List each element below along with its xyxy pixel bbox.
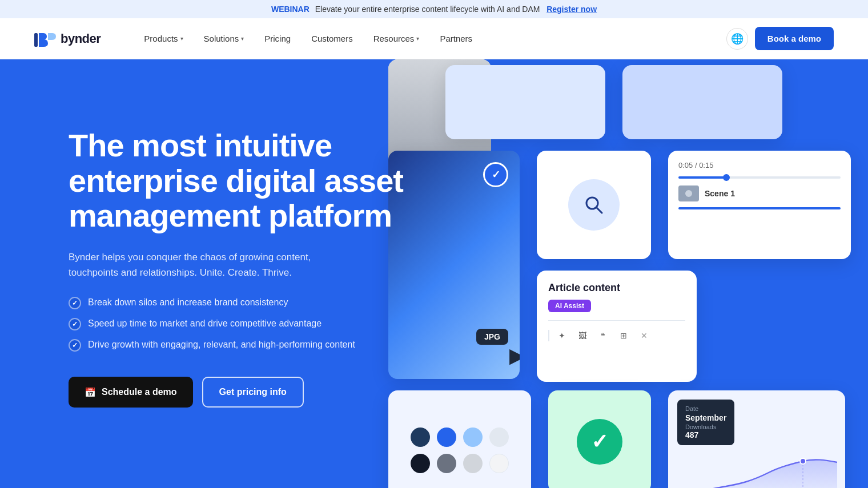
card-timeline: 0:05 / 0:15 Scene 1 xyxy=(668,151,851,259)
timeline-progress xyxy=(678,176,727,179)
hero-section: The most intuitive enterprise digital as… xyxy=(0,59,868,488)
logo-text: bynder xyxy=(61,31,101,46)
get-pricing-button[interactable]: Get pricing info xyxy=(202,377,304,408)
card-search xyxy=(537,151,651,259)
color-dot-7 xyxy=(463,454,483,473)
color-dot-4 xyxy=(489,427,509,447)
svg-rect-0 xyxy=(34,33,38,47)
features-list: Break down silos and increase brand cons… xyxy=(69,296,423,352)
navbar: bynder Products ▾ Solutions ▾ Pricing Cu… xyxy=(0,18,868,59)
table-icon[interactable]: ⊞ xyxy=(616,328,632,344)
nav-item-resources[interactable]: Resources ▾ xyxy=(364,29,429,48)
chart-line-area: 👆 xyxy=(677,450,836,488)
book-demo-button[interactable]: Book a demo xyxy=(755,27,834,50)
color-dot-2 xyxy=(437,427,456,447)
color-dot-3 xyxy=(463,427,483,447)
toolbar-divider xyxy=(548,330,549,341)
chevron-down-icon: ▾ xyxy=(416,35,419,42)
nav-item-solutions[interactable]: Solutions ▾ xyxy=(195,29,254,48)
nav-item-partners[interactable]: Partners xyxy=(431,29,481,48)
scene-thumbnail xyxy=(678,185,699,201)
search-icon xyxy=(582,193,605,216)
feature-text-3: Drive growth with engaging, relevant, an… xyxy=(88,338,355,351)
chart-month: September xyxy=(685,413,726,422)
check-icon-2 xyxy=(69,318,81,330)
timeline-bar xyxy=(678,176,841,179)
announcement-bar: WEBINAR Elevate your entire enterprise c… xyxy=(0,0,868,18)
cursor-icon: ▶ xyxy=(509,344,520,368)
card-top-right xyxy=(622,65,782,139)
check-icon-3 xyxy=(69,339,81,352)
feature-text-2: Speed up time to market and drive compet… xyxy=(88,317,322,330)
schedule-demo-button[interactable]: 📅 Schedule a demo xyxy=(69,377,193,408)
chevron-down-icon: ▾ xyxy=(180,35,183,42)
chart-tooltip: Date September Downloads 487 xyxy=(677,400,734,445)
calendar-icon: 📅 xyxy=(85,387,96,398)
register-link[interactable]: Register now xyxy=(546,5,597,14)
check-icon-1 xyxy=(69,297,81,309)
hero-subtitle: Bynder helps you conquer the chaos of gr… xyxy=(69,249,343,280)
chart-svg xyxy=(677,450,837,488)
close-icon[interactable]: ✕ xyxy=(636,328,652,344)
nav-item-customers[interactable]: Customers xyxy=(302,29,362,48)
check-selected-icon: ✓ xyxy=(483,162,508,187)
timeline-bottom-bar xyxy=(678,207,841,209)
scene-label: Scene 1 xyxy=(705,189,735,198)
card-article: Article content AI Assist ✦ 🖼 ❝ ⊞ ✕ xyxy=(537,271,697,382)
image-icon[interactable]: 🖼 xyxy=(574,328,590,344)
color-dot-6 xyxy=(437,454,456,473)
nav-links: Products ▾ Solutions ▾ Pricing Customers… xyxy=(135,29,726,48)
nav-item-products[interactable]: Products ▾ xyxy=(135,29,192,48)
announcement-text: Elevate your entire enterprise content l… xyxy=(315,5,540,14)
chart-date-label: Date xyxy=(685,405,726,412)
article-title: Article content xyxy=(548,282,685,294)
hero-right: ✓ JPG ▶ 0:05 / 0:15 xyxy=(388,59,868,488)
feature-item-2: Speed up time to market and drive compet… xyxy=(69,317,423,330)
ai-assist-badge: AI Assist xyxy=(548,300,591,312)
timeline-scene: Scene 1 xyxy=(678,185,841,201)
sparkle-icon[interactable]: ✦ xyxy=(554,328,570,344)
bynder-logo-icon xyxy=(34,31,56,47)
hero-buttons: 📅 Schedule a demo Get pricing info xyxy=(69,377,423,408)
chart-downloads-value: 487 xyxy=(685,430,726,439)
chart-downloads-label: Downloads xyxy=(685,424,726,430)
color-dot-8 xyxy=(489,454,509,473)
language-button[interactable]: 🌐 xyxy=(726,28,748,50)
globe-icon: 🌐 xyxy=(731,33,744,45)
feature-item-1: Break down silos and increase brand cons… xyxy=(69,296,423,309)
timeline-time: 0:05 / 0:15 xyxy=(678,161,841,170)
card-chart: Date September Downloads 487 xyxy=(668,390,845,488)
card-green-check: ✓ xyxy=(548,390,651,488)
feature-text-1: Break down silos and increase brand cons… xyxy=(88,296,288,309)
hero-title: The most intuitive enterprise digital as… xyxy=(69,128,423,233)
logo[interactable]: bynder xyxy=(34,31,101,47)
checkmark-icon: ✓ xyxy=(591,430,608,454)
nav-item-pricing[interactable]: Pricing xyxy=(255,29,300,48)
nav-right: 🌐 Book a demo xyxy=(726,27,834,50)
svg-line-2 xyxy=(596,207,602,213)
quote-icon[interactable]: ❝ xyxy=(595,328,611,344)
card-top-mid xyxy=(445,65,605,139)
webinar-label: WEBINAR xyxy=(271,5,310,14)
article-toolbar: ✦ 🖼 ❝ ⊞ ✕ xyxy=(548,320,685,344)
svg-point-4 xyxy=(685,190,692,197)
search-circle xyxy=(568,179,620,231)
jpg-badge: JPG xyxy=(476,329,508,345)
color-grid xyxy=(411,427,509,473)
chevron-down-icon: ▾ xyxy=(241,35,244,42)
hero-left: The most intuitive enterprise digital as… xyxy=(69,94,423,459)
feature-item-3: Drive growth with engaging, relevant, an… xyxy=(69,338,423,352)
green-check-circle: ✓ xyxy=(577,419,622,465)
